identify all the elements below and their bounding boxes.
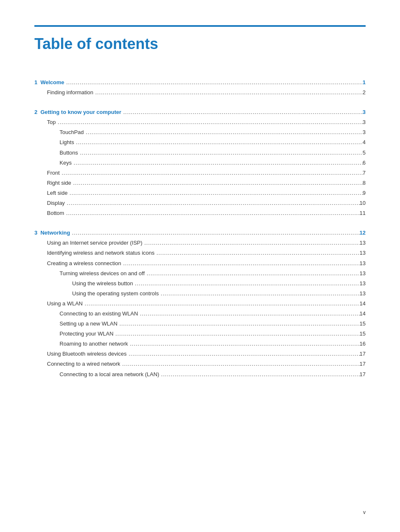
chapter-3-page: 12 <box>360 228 366 238</box>
wired-network-page: 17 <box>360 359 366 369</box>
keys-page: 6 <box>363 158 366 168</box>
chapter-1-page: 1 <box>363 78 366 87</box>
turning-wireless-title: Turning wireless devices on and off <box>60 269 145 278</box>
toc-entry-finding-info: Finding information ....................… <box>34 88 366 97</box>
toc-entry-os-controls: Using the operating system controls ....… <box>34 289 366 298</box>
toc-entry-front: Front ..................................… <box>34 168 366 178</box>
lan-title: Connecting to a local area network (LAN) <box>60 370 159 379</box>
identifying-wireless-dots: ........................................… <box>155 248 360 258</box>
isp-title: Using an Internet service provider (ISP) <box>47 238 143 248</box>
bottom-title: Bottom <box>47 209 64 218</box>
creating-wireless-title: Creating a wireless connection <box>47 259 121 268</box>
toc-entry-isp: Using an Internet service provider (ISP)… <box>34 238 366 248</box>
left-side-dots: ........................................… <box>68 189 363 198</box>
touchpad-dots: ........................................… <box>84 128 363 137</box>
toc-entry-keys: Keys ...................................… <box>34 158 366 168</box>
finding-info-dots: ........................................… <box>94 88 363 97</box>
top-dots: ........................................… <box>56 118 363 127</box>
left-side-title: Left side <box>47 189 68 198</box>
touchpad-title: TouchPad <box>60 128 84 137</box>
identifying-wireless-title: Identifying wireless and network status … <box>47 248 155 258</box>
toc-entry-roaming: Roaming to another network .............… <box>34 339 366 349</box>
chapter-2-dots: ........................................… <box>121 108 362 117</box>
lan-page: 17 <box>360 370 366 379</box>
toc-entry-lan: Connecting to a local area network (LAN)… <box>34 370 366 379</box>
right-side-title: Right side <box>47 178 71 188</box>
front-dots: ........................................… <box>60 168 362 178</box>
creating-wireless-page: 13 <box>360 259 366 268</box>
toc-entry-right-side: Right side .............................… <box>34 178 366 188</box>
bluetooth-dots: ........................................… <box>127 349 359 359</box>
toc-entry-protecting-wlan: Protecting your WLAN ...................… <box>34 329 366 338</box>
os-controls-dots: ........................................… <box>159 289 360 298</box>
setting-new-wlan-page: 15 <box>360 319 366 328</box>
top-page: 3 <box>363 118 366 127</box>
toc-chapter-3: 3 Networking ...........................… <box>34 228 366 238</box>
wired-network-title: Connecting to a wired network <box>47 359 120 369</box>
bottom-page: 11 <box>360 209 366 218</box>
os-controls-page: 13 <box>360 289 366 298</box>
using-wlan-dots: ........................................… <box>83 299 359 308</box>
chapter-1-dots: ........................................… <box>64 78 362 87</box>
isp-page: 13 <box>360 238 366 248</box>
toc-entry-wireless-button: Using the wireless button ..............… <box>34 279 366 288</box>
roaming-page: 16 <box>360 339 366 349</box>
lights-page: 4 <box>363 138 366 147</box>
bluetooth-page: 17 <box>360 349 366 359</box>
toc-entry-display: Display ................................… <box>34 199 366 208</box>
toc-entry-top: Top ....................................… <box>34 118 366 127</box>
bottom-dots: ........................................… <box>64 209 359 218</box>
keys-dots: ........................................… <box>72 158 363 168</box>
display-title: Display <box>47 199 65 208</box>
buttons-dots: ........................................… <box>78 148 363 158</box>
chapter-1-title: 1 Welcome <box>34 78 64 87</box>
header-section: Table of contents <box>34 25 366 53</box>
footer-page-number: v <box>363 509 366 515</box>
lights-dots: ........................................… <box>74 138 363 147</box>
lights-title: Lights <box>60 138 74 147</box>
page-container: Table of contents 1 Welcome ............… <box>0 0 400 405</box>
page-footer: v <box>363 509 366 515</box>
front-title: Front <box>47 168 60 178</box>
toc-entry-bottom: Bottom .................................… <box>34 209 366 218</box>
buttons-title: Buttons <box>60 148 78 158</box>
toc-entry-connecting-existing: Connecting to an existing WLAN .........… <box>34 309 366 318</box>
toc-entry-lights: Lights .................................… <box>34 138 366 147</box>
toc-entry-left-side: Left side ..............................… <box>34 189 366 198</box>
creating-wireless-dots: ........................................… <box>121 259 359 268</box>
chapter-2-page: 3 <box>363 108 366 117</box>
right-side-dots: ........................................… <box>71 178 363 188</box>
wireless-button-page: 13 <box>360 279 366 288</box>
roaming-title: Roaming to another network <box>60 339 128 349</box>
keys-title: Keys <box>60 158 72 168</box>
touchpad-page: 3 <box>363 128 366 137</box>
os-controls-title: Using the operating system controls <box>72 289 159 298</box>
lan-dots: ........................................… <box>159 370 360 379</box>
setting-new-wlan-title: Setting up a new WLAN <box>60 319 117 328</box>
display-dots: ........................................… <box>65 199 360 208</box>
toc-entry-setting-new-wlan: Setting up a new WLAN ..................… <box>34 319 366 328</box>
toc-content: 1 Welcome ..............................… <box>34 78 366 379</box>
connecting-existing-page: 14 <box>360 309 366 318</box>
toc-entry-using-wlan: Using a WLAN ...........................… <box>34 299 366 308</box>
protecting-wlan-title: Protecting your WLAN <box>60 329 114 338</box>
protecting-wlan-dots: ........................................… <box>114 329 360 338</box>
roaming-dots: ........................................… <box>128 339 359 349</box>
wireless-button-title: Using the wireless button <box>72 279 133 288</box>
left-side-page: 9 <box>363 189 366 198</box>
chapter-3-title: 3 Networking <box>34 228 70 238</box>
right-side-page: 8 <box>363 178 366 188</box>
isp-dots: ........................................… <box>143 238 360 248</box>
wireless-button-dots: ........................................… <box>133 279 359 288</box>
connecting-existing-dots: ........................................… <box>138 309 359 318</box>
toc-entry-turning-wireless: Turning wireless devices on and off ....… <box>34 269 366 278</box>
toc-entry-identifying-wireless: Identifying wireless and network status … <box>34 248 366 258</box>
toc-entry-buttons: Buttons ................................… <box>34 148 366 158</box>
connecting-existing-title: Connecting to an existing WLAN <box>60 309 138 318</box>
finding-info-title: Finding information <box>47 88 94 97</box>
page-title: Table of contents <box>34 35 366 53</box>
buttons-page: 5 <box>363 148 366 158</box>
chapter-2-title: 2 Getting to know your computer <box>34 108 121 117</box>
toc-entry-bluetooth: Using Bluetooth wireless devices .......… <box>34 349 366 359</box>
wired-network-dots: ........................................… <box>120 359 360 369</box>
